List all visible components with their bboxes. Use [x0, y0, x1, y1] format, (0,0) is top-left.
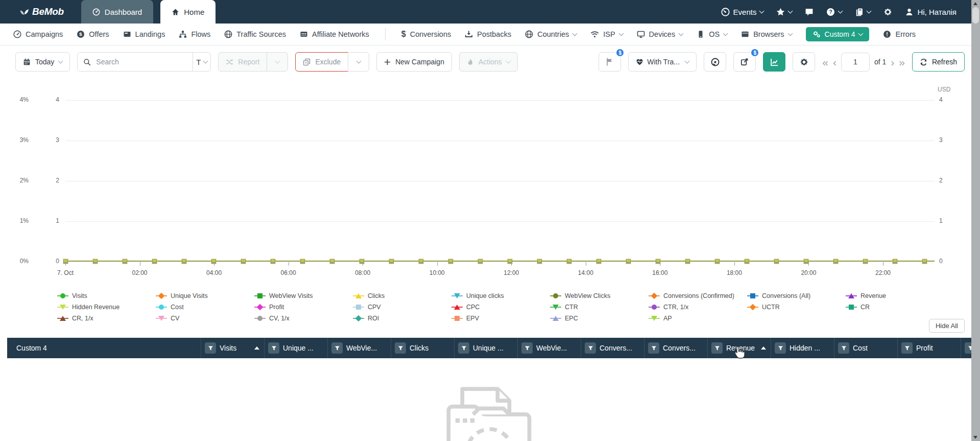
column-header-webview-clicks[interactable]: WebVie... — [518, 338, 581, 358]
filter-icon[interactable] — [838, 342, 849, 354]
chart-toggle-button[interactable] — [763, 52, 785, 72]
nav-devices[interactable]: Devices — [637, 30, 683, 38]
column-header-hidden-revenue[interactable]: Hidden ... — [771, 338, 834, 358]
filter-icon[interactable] — [648, 342, 659, 354]
legend-item-cr[interactable]: CR — [846, 304, 944, 311]
column-header-revenue[interactable]: Revenue — [708, 338, 771, 358]
column-header-unique-clicks[interactable]: Unique ... — [455, 338, 518, 358]
tab-dashboard[interactable]: Dashboard — [81, 0, 153, 24]
filter-icon[interactable] — [775, 342, 786, 354]
exclude-button[interactable]: Exclude — [295, 52, 348, 72]
legend-item-cpv[interactable]: CPV — [353, 304, 451, 311]
legend-item-clicks[interactable]: Clicks — [353, 292, 451, 299]
scroll-up-arrow[interactable] — [973, 2, 977, 5]
legend-item-visits[interactable]: Visits — [57, 292, 156, 299]
legend-item-cpc[interactable]: CPC — [451, 304, 550, 311]
nav-custom-4[interactable]: Custom 4 — [806, 27, 870, 41]
legend-item-epv[interactable]: EPV — [451, 315, 550, 322]
column-header-visits[interactable]: Visits — [201, 338, 265, 358]
column-settings-button[interactable] — [793, 52, 815, 72]
filter-icon[interactable] — [395, 342, 406, 354]
resources-menu[interactable] — [855, 8, 871, 16]
nav-campaigns[interactable]: Campaigns — [13, 30, 63, 38]
column-header-conversions-confirmed[interactable]: Convers... — [581, 338, 644, 358]
report-button[interactable]: Report — [218, 52, 267, 72]
filter-icon[interactable] — [205, 342, 216, 354]
nav-flows[interactable]: Flows — [179, 30, 210, 38]
nav-countries[interactable]: Countries — [525, 30, 577, 38]
date-range-button[interactable]: Today — [15, 52, 70, 72]
settings-button[interactable] — [883, 8, 892, 16]
legend-item-ctr[interactable]: CTR — [550, 304, 649, 311]
filter-icon[interactable] — [458, 342, 469, 354]
column-header-profit[interactable]: Profit — [898, 338, 961, 358]
nav-landings[interactable]: Landings — [123, 30, 165, 38]
legend-item-webview-clicks[interactable]: WebView Clicks — [550, 292, 649, 299]
filter-icon[interactable] — [901, 342, 913, 354]
help-menu[interactable]: ? — [826, 8, 842, 16]
legend-item-unique-clicks[interactable]: Unique clicks — [451, 292, 550, 299]
filter-icon[interactable] — [585, 342, 596, 354]
legend-item-unique-visits[interactable]: Unique Visits — [156, 292, 254, 299]
column-header-clicks[interactable]: Clicks — [391, 338, 455, 358]
report-dropdown-button[interactable] — [267, 52, 288, 72]
column-header-unique-visits[interactable]: Unique ... — [265, 338, 328, 358]
page-number-input[interactable] — [841, 53, 870, 72]
nav-offers[interactable]: $ Offers — [77, 30, 109, 38]
favorites-menu[interactable] — [776, 8, 792, 16]
nav-browsers[interactable]: Browsers — [741, 30, 792, 38]
search-input[interactable] — [78, 53, 193, 71]
actions-button[interactable]: Actions — [459, 52, 518, 72]
legend-item-conversions-all[interactable]: Conversions (All) — [747, 292, 846, 299]
refresh-button[interactable]: Refresh — [912, 52, 965, 72]
legend-item-webview-visits[interactable]: WebView Visits — [254, 292, 353, 299]
events-menu[interactable]: Events — [721, 8, 764, 16]
account-menu[interactable]: Hi, Наталія — [905, 8, 957, 16]
scrollbar-thumb[interactable] — [972, 7, 979, 24]
scroll-down-arrow[interactable] — [973, 436, 977, 439]
nav-affiliate-networks[interactable]: Affiliate Networks — [300, 30, 369, 38]
export-button[interactable]: $ — [733, 52, 756, 72]
bemob-logo[interactable]: BeMob — [19, 0, 64, 24]
hide-all-button[interactable]: Hide All — [929, 319, 965, 333]
prev-page-button[interactable]: ‹ — [833, 57, 836, 67]
nav-postbacks[interactable]: Postbacks — [465, 30, 511, 38]
column-header-conversions-all[interactable]: Convers... — [644, 338, 708, 358]
visibility-button[interactable] — [704, 52, 726, 72]
nav-errors[interactable]: Errors — [883, 30, 915, 38]
flag-filter-button[interactable]: $ — [599, 52, 621, 72]
legend-item-profit[interactable]: Profit — [254, 304, 353, 311]
legend-item-revenue[interactable]: Revenue — [846, 292, 944, 299]
legend-item-ap[interactable]: AP — [649, 315, 747, 322]
filter-icon[interactable] — [711, 342, 723, 354]
nav-os[interactable]: OS — [697, 30, 727, 38]
nav-traffic-sources[interactable]: Traffic Sources — [224, 30, 286, 38]
legend-item-cost[interactable]: Cost — [156, 304, 254, 311]
last-page-button[interactable]: » — [899, 57, 905, 67]
column-header-cost[interactable]: Cost — [834, 338, 898, 358]
legend-item-conversions-confirmed[interactable]: Conversions (Confirmed) — [649, 292, 747, 299]
search-type-dropdown[interactable]: T — [193, 53, 210, 71]
nav-isp[interactable]: ISP — [590, 30, 623, 38]
vertical-scrollbar[interactable] — [971, 0, 980, 441]
feedback-button[interactable] — [805, 8, 814, 16]
filter-icon[interactable] — [268, 342, 279, 354]
legend-item-roi[interactable]: ROI — [353, 315, 451, 322]
traffic-filter-dropdown[interactable]: With Tra... — [628, 52, 697, 72]
legend-item-epc[interactable]: EPC — [550, 315, 649, 322]
filter-icon[interactable] — [521, 342, 533, 354]
tab-home[interactable]: Home — [160, 0, 216, 24]
nav-conversions[interactable]: $ Conversions — [401, 30, 451, 38]
exclude-dropdown-button[interactable] — [348, 52, 369, 72]
legend-item-ctr-1x[interactable]: CTR, 1/x — [649, 304, 747, 311]
legend-item-cv[interactable]: CV — [156, 315, 254, 322]
legend-item-uctr[interactable]: UCTR — [747, 304, 846, 311]
first-page-button[interactable]: « — [822, 57, 828, 67]
column-header-custom-4[interactable]: Custom 4 — [7, 338, 201, 358]
legend-item-cr-1x[interactable]: CR, 1/x — [57, 315, 156, 322]
column-header-webview-visits[interactable]: WebVie... — [328, 338, 391, 358]
legend-item-hidden-revenue[interactable]: Hidden Revenue — [57, 304, 156, 311]
new-campaign-button[interactable]: New Campaign — [376, 52, 452, 72]
filter-icon[interactable] — [331, 342, 343, 354]
next-page-button[interactable]: › — [891, 57, 894, 67]
